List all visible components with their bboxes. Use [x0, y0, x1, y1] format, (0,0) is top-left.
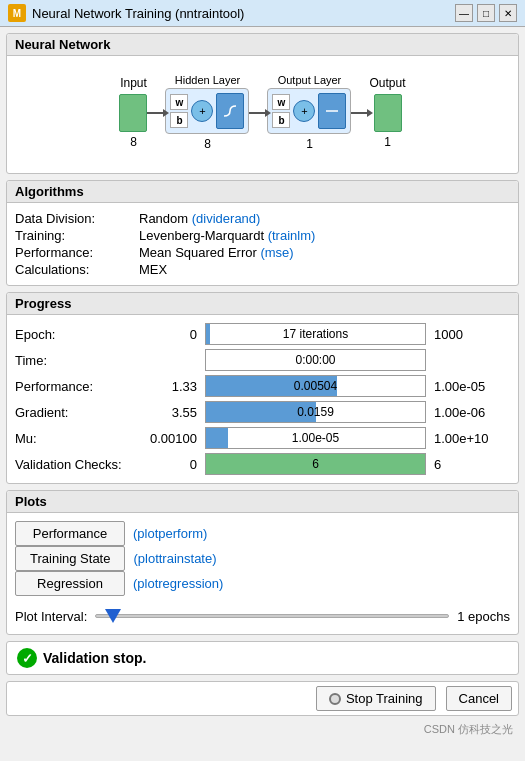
- progress-label-3: Gradient:: [15, 405, 145, 420]
- neural-network-body: Input 8 Hidden Layer w b +: [7, 56, 518, 173]
- matlab-logo: M: [8, 4, 26, 22]
- arrow-line-1: [147, 112, 165, 114]
- progress-bar-4: 1.00e-05: [205, 427, 426, 449]
- slider-thumb[interactable]: [105, 609, 121, 623]
- hidden-layer-wrapper: Hidden Layer w b + 8: [165, 74, 249, 151]
- hidden-layer-label: Hidden Layer: [175, 74, 240, 86]
- algo-val-2: Mean Squared Error (mse): [139, 245, 510, 260]
- window-controls: — □ ✕: [455, 4, 517, 22]
- hidden-layer-group: w b +: [165, 88, 249, 134]
- hidden-b-cell: b: [170, 112, 188, 128]
- arrow-line-2: [249, 112, 267, 114]
- output-activation: [318, 93, 346, 129]
- nn-input-block: Input 8: [119, 76, 147, 149]
- hidden-activation: [216, 93, 244, 129]
- input-box: [119, 94, 147, 132]
- progress-right-3: 1.00e-06: [430, 405, 510, 420]
- plot-row-1: Training State(plottrainstate): [15, 546, 510, 571]
- plot-interval-row: Plot Interval: 1 epochs: [15, 602, 510, 626]
- output-w-cell: w: [272, 94, 290, 110]
- plot-button-2[interactable]: Regression: [15, 571, 125, 596]
- main-content: Neural Network Input 8 Hidden Layer: [0, 27, 525, 745]
- hidden-wb: w b: [170, 94, 188, 128]
- progress-body: Epoch:017 iterations1000Time:0:00:00Perf…: [7, 315, 518, 483]
- watermark: CSDN 仿科技之光: [6, 722, 519, 739]
- progress-left-3: 3.55: [149, 405, 201, 420]
- plot-row-0: Performance(plotperform): [15, 521, 510, 546]
- progress-grid: Epoch:017 iterations1000Time:0:00:00Perf…: [15, 323, 510, 475]
- progress-bar-0: 17 iterations: [205, 323, 426, 345]
- maximize-button[interactable]: □: [477, 4, 495, 22]
- status-message: Validation stop.: [43, 650, 146, 666]
- progress-header: Progress: [7, 293, 518, 315]
- arrow-1: [147, 94, 165, 132]
- algo-val-1: Levenberg-Marquardt (trainlm): [139, 228, 510, 243]
- algo-val-0: Random (dividerand): [139, 211, 510, 226]
- plot-link-2: (plotregression): [133, 576, 223, 591]
- plot-buttons: Performance(plotperform)Training State(p…: [15, 521, 510, 596]
- progress-label-1: Time:: [15, 353, 145, 368]
- output-plus: +: [293, 100, 315, 122]
- interval-label: Plot Interval:: [15, 609, 87, 624]
- output-layer-label: Output Layer: [278, 74, 342, 86]
- progress-left-2: 1.33: [149, 379, 201, 394]
- input-num: 8: [130, 135, 137, 149]
- plot-button-1[interactable]: Training State: [15, 546, 125, 571]
- cancel-button[interactable]: Cancel: [446, 686, 512, 711]
- stop-label: Stop Training: [346, 691, 423, 706]
- progress-label-0: Epoch:: [15, 327, 145, 342]
- output-label: Output: [369, 76, 405, 90]
- neural-network-header: Neural Network: [7, 34, 518, 56]
- hidden-w-cell: w: [170, 94, 188, 110]
- output-wb: w b: [272, 94, 290, 128]
- progress-bar-5: 6: [205, 453, 426, 475]
- input-label: Input: [120, 76, 147, 90]
- check-icon: ✓: [17, 648, 37, 668]
- plot-link-1: (plottrainstate): [133, 551, 216, 566]
- bottom-bar: Stop Training Cancel: [6, 681, 519, 716]
- status-bar: ✓ Validation stop.: [6, 641, 519, 675]
- progress-right-0: 1000: [430, 327, 510, 342]
- arrow-line-3: [351, 112, 369, 114]
- output-box: [374, 94, 402, 132]
- algo-key-1: Training:: [15, 228, 135, 243]
- arrow-2: [249, 94, 267, 132]
- plot-link-0: (plotperform): [133, 526, 207, 541]
- nn-output-block: Output 1: [369, 76, 405, 149]
- progress-bar-3: 0.0159: [205, 401, 426, 423]
- progress-left-0: 0: [149, 327, 201, 342]
- minimize-button[interactable]: —: [455, 4, 473, 22]
- algo-key-3: Calculations:: [15, 262, 135, 277]
- algo-key-0: Data Division:: [15, 211, 135, 226]
- progress-right-2: 1.00e-05: [430, 379, 510, 394]
- progress-bar-2: 0.00504: [205, 375, 426, 397]
- nn-diagram: Input 8 Hidden Layer w b +: [15, 64, 510, 165]
- hidden-num: 8: [204, 137, 211, 151]
- plots-header: Plots: [7, 491, 518, 513]
- output-layer-wrapper: Output Layer w b + 1: [267, 74, 351, 151]
- output-final-num: 1: [384, 135, 391, 149]
- progress-left-5: 0: [149, 457, 201, 472]
- plots-section: Plots Performance(plotperform)Training S…: [6, 490, 519, 635]
- neural-network-section: Neural Network Input 8 Hidden Layer: [6, 33, 519, 174]
- algorithms-section: Algorithms Data Division: Random (divide…: [6, 180, 519, 286]
- algo-val-3: MEX: [139, 262, 510, 277]
- interval-slider[interactable]: [95, 606, 449, 626]
- title-bar: M Neural Network Training (nntraintool) …: [0, 0, 525, 27]
- close-button[interactable]: ✕: [499, 4, 517, 22]
- slider-track: [95, 614, 449, 618]
- plot-button-0[interactable]: Performance: [15, 521, 125, 546]
- window-title: Neural Network Training (nntraintool): [32, 6, 449, 21]
- algorithms-grid: Data Division: Random (dividerand) Train…: [15, 211, 510, 277]
- interval-value: 1 epochs: [457, 609, 510, 624]
- algo-key-2: Performance:: [15, 245, 135, 260]
- progress-label-4: Mu:: [15, 431, 145, 446]
- algorithms-header: Algorithms: [7, 181, 518, 203]
- algorithms-body: Data Division: Random (dividerand) Train…: [7, 203, 518, 285]
- progress-bar-1: 0:00:00: [205, 349, 426, 371]
- output-b-cell: b: [272, 112, 290, 128]
- progress-right-5: 6: [430, 457, 510, 472]
- stop-training-button[interactable]: Stop Training: [316, 686, 436, 711]
- progress-label-2: Performance:: [15, 379, 145, 394]
- output-layer-group: w b +: [267, 88, 351, 134]
